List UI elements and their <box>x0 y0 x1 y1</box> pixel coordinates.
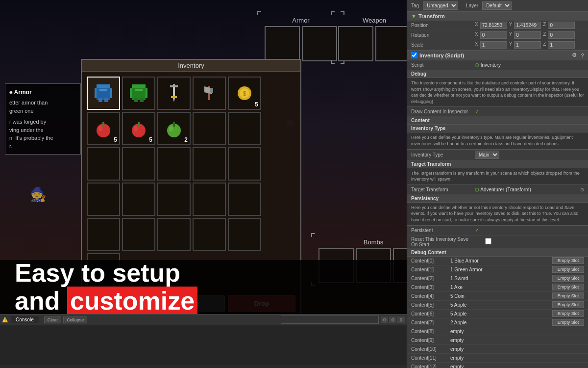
inspector-panel: Tag Untagged Layer Default ▼ Transform P… <box>407 0 588 368</box>
item-desc-line6: n. It's probably the <box>9 134 76 142</box>
script-enabled-checkbox[interactable] <box>411 52 417 58</box>
inv-slot-4[interactable]: $ 5 <box>228 77 261 110</box>
content-key-5: Content[5] <box>411 302 450 308</box>
sx-label: X <box>475 41 478 49</box>
collapse-button[interactable]: Collapse <box>63 316 87 323</box>
position-x[interactable] <box>480 22 507 29</box>
content-rows-container: Content[0]1 Blue ArmorEmpty SlotContent[… <box>407 257 588 368</box>
inv-slot-24[interactable] <box>228 218 261 251</box>
scale-x[interactable] <box>480 41 507 49</box>
inv-slot-7[interactable]: 2 <box>157 112 191 145</box>
content-row-8: Content[8]empty <box>407 327 588 336</box>
inv-slot-5[interactable]: 5 <box>87 112 120 145</box>
inv-slot-21[interactable] <box>122 218 155 251</box>
empty-slot-btn-5[interactable]: Empty Slot <box>552 301 584 308</box>
persistent-value: ✓ <box>475 227 584 234</box>
armor-equip-panel: Armor <box>260 14 342 61</box>
script-settings-icon[interactable]: ⚙ <box>572 52 577 58</box>
rz-label: Z <box>543 31 546 39</box>
inv-slot-2[interactable] <box>157 77 191 110</box>
content-key-2: Content[2] <box>411 276 450 281</box>
empty-slot-btn-6[interactable]: Empty Slot <box>552 310 584 317</box>
scale-z[interactable] <box>548 41 575 49</box>
inv-slot-23[interactable] <box>193 218 226 251</box>
script-section-header: Inventory (Script) ⚙ ? <box>407 51 588 60</box>
inv-slot-11[interactable] <box>122 147 155 181</box>
item-green-armor <box>127 81 150 105</box>
pixel-character: 🧙 <box>29 186 47 203</box>
target-transform-pick-icon[interactable]: ⊙ <box>580 187 584 192</box>
inv-slot-0[interactable] <box>87 77 120 110</box>
item-apple-1 <box>92 117 115 140</box>
inv-slot-16[interactable] <box>122 183 155 216</box>
content-value-3: 1 Axe <box>450 285 550 290</box>
debug-content-title: Debug Content <box>407 249 588 257</box>
armor-slot-1[interactable] <box>265 26 300 61</box>
rotation-value: X Y Z <box>475 31 584 39</box>
empty-slot-btn-0[interactable]: Empty Slot <box>552 257 584 264</box>
svg-rect-13 <box>140 98 144 102</box>
inv-slot-22[interactable] <box>157 218 191 251</box>
inv-slot-19[interactable] <box>228 183 261 216</box>
inv-slot-8[interactable] <box>193 112 226 145</box>
inv-slot-20[interactable] <box>87 218 120 251</box>
draw-content-value: ✓ <box>475 108 584 115</box>
armor-slot-2[interactable] <box>302 26 337 61</box>
script-help-icon[interactable]: ? <box>581 53 584 58</box>
inv-slot-14[interactable] <box>228 147 261 181</box>
sz-label: Z <box>543 41 546 49</box>
rotation-row: Rotation X Y Z <box>407 30 588 40</box>
inv-slot-18[interactable] <box>193 183 226 216</box>
svg-text:$: $ <box>243 90 246 97</box>
rotation-y[interactable] <box>514 31 541 39</box>
position-y[interactable] <box>514 22 541 29</box>
svg-rect-15 <box>170 85 178 87</box>
inventory-script-section: Inventory (Script) ⚙ ? Script ⬡ Inventor… <box>407 51 588 368</box>
inv-slot-6[interactable]: 5 <box>122 112 155 145</box>
scale-y[interactable] <box>514 41 541 49</box>
empty-slot-btn-3[interactable]: Empty Slot <box>552 284 584 290</box>
console-tab[interactable]: Console <box>11 316 39 323</box>
inv-slot-17[interactable] <box>157 183 191 216</box>
position-value: X Y Z <box>475 22 584 29</box>
reset-save-checkbox[interactable] <box>475 238 502 244</box>
weapon-slot-1[interactable] <box>338 26 373 61</box>
tag-select[interactable]: Untagged <box>423 1 458 10</box>
rotation-z[interactable] <box>548 31 575 39</box>
position-z[interactable] <box>548 22 575 29</box>
console-search-input[interactable] <box>281 315 379 324</box>
layer-select[interactable]: Default <box>482 1 512 10</box>
empty-slot-btn-7[interactable]: Empty Slot <box>552 319 584 326</box>
content-value-7: 2 Apple <box>450 320 550 325</box>
weapon-slot-2[interactable] <box>375 26 407 61</box>
inv-slot-1[interactable] <box>122 77 155 110</box>
game-viewport: 🧙 👾 e Armor etter armor than green one r… <box>0 0 407 314</box>
content-value-1: 1 Green Armor <box>450 267 550 272</box>
inv-slot-12[interactable] <box>157 147 191 181</box>
svg-rect-17 <box>171 96 177 98</box>
inv-slot-3[interactable] <box>193 77 226 110</box>
inv-slot-9[interactable] <box>228 112 261 145</box>
inv-type-select[interactable]: Main <box>475 151 499 159</box>
content-key-11: Content[11] <box>411 355 450 361</box>
target-transform-name: Adventurer (Transform) <box>480 187 531 192</box>
inv-slot-10[interactable] <box>87 147 120 181</box>
inv-slot-13[interactable] <box>193 147 226 181</box>
target-transform-label: Target Transform <box>411 187 475 192</box>
content-value-12: empty <box>450 364 584 368</box>
svg-point-26 <box>98 126 102 131</box>
armor-label: Armor <box>265 17 337 24</box>
console-toolbar: ⚠️ Console Clear Collapse 0 0 0 <box>0 315 407 325</box>
content-row-2: Content[2]1 SwordEmpty Slot <box>407 274 588 283</box>
transform-expand-icon[interactable]: ▼ <box>411 13 416 19</box>
clear-button[interactable]: Clear <box>44 316 62 323</box>
empty-slot-btn-4[interactable]: Empty Slot <box>552 292 584 299</box>
empty-slot-btn-2[interactable]: Empty Slot <box>552 275 584 282</box>
inv-slot-15[interactable] <box>87 183 120 216</box>
script-row: Script ⬡ Inventory <box>407 60 588 70</box>
empty-slot-btn-1[interactable]: Empty Slot <box>552 266 584 273</box>
rotation-x[interactable] <box>480 31 507 39</box>
svg-rect-31 <box>173 122 175 127</box>
item-apple-green <box>162 117 186 140</box>
inventory-type-row: Inventory Type Main <box>407 150 588 160</box>
